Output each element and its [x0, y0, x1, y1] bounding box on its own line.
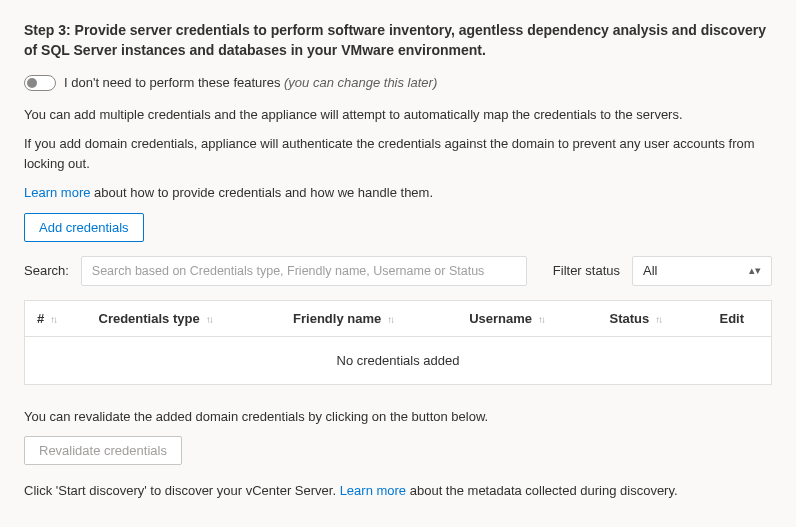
table-empty-row: No credentials added	[25, 336, 772, 384]
feature-toggle-row: I don't need to perform these features (…	[24, 75, 772, 91]
step-title: Step 3: Provide server credentials to pe…	[24, 20, 772, 61]
col-username[interactable]: Username↑↓	[457, 300, 597, 336]
learn-more-link-discovery[interactable]: Learn more	[340, 483, 406, 498]
sort-icon: ↑↓	[50, 314, 56, 325]
intro-line1: You can add multiple credentials and the…	[24, 105, 772, 125]
learn-more-link-credentials[interactable]: Learn more	[24, 185, 90, 200]
col-number[interactable]: #↑↓	[25, 300, 87, 336]
sort-icon: ↑↓	[538, 314, 544, 325]
chevron-updown-icon: ▴▾	[749, 264, 761, 277]
toggle-label: I don't need to perform these features (…	[64, 75, 437, 90]
filter-status-label: Filter status	[553, 263, 620, 278]
intro-learn-more-row: Learn more about how to provide credenti…	[24, 183, 772, 203]
intro-line2: If you add domain credentials, appliance…	[24, 134, 772, 173]
step3-panel: Step 3: Provide server credentials to pe…	[0, 0, 796, 527]
col-credentials-type[interactable]: Credentials type↑↓	[87, 300, 282, 336]
col-friendly-name[interactable]: Friendly name↑↓	[281, 300, 457, 336]
col-status[interactable]: Status↑↓	[598, 300, 708, 336]
add-credentials-button[interactable]: Add credentials	[24, 213, 144, 242]
search-label: Search:	[24, 263, 69, 278]
toggle-label-text: I don't need to perform these features	[64, 75, 280, 90]
revalidate-note: You can revalidate the added domain cred…	[24, 407, 772, 427]
filter-status-value: All	[643, 263, 657, 278]
sort-icon: ↑↓	[655, 314, 661, 325]
toggle-hint: (you can change this later)	[284, 75, 437, 90]
discovery-pre: Click 'Start discovery' to discover your…	[24, 483, 340, 498]
search-input[interactable]	[81, 256, 527, 286]
search-filter-row: Search: Filter status All ▴▾	[24, 256, 772, 286]
empty-state-text: No credentials added	[25, 336, 772, 384]
learn-more-rest: about how to provide credentials and how…	[90, 185, 433, 200]
col-edit: Edit	[708, 300, 772, 336]
sort-icon: ↑↓	[206, 314, 212, 325]
table-header-row: #↑↓ Credentials type↑↓ Friendly name↑↓ U…	[25, 300, 772, 336]
discovery-post: about the metadata collected during disc…	[406, 483, 677, 498]
sort-icon: ↑↓	[387, 314, 393, 325]
revalidate-credentials-button: Revalidate credentials	[24, 436, 182, 465]
credentials-table: #↑↓ Credentials type↑↓ Friendly name↑↓ U…	[24, 300, 772, 385]
skip-features-toggle[interactable]	[24, 75, 56, 91]
filter-status-select[interactable]: All ▴▾	[632, 256, 772, 286]
discovery-note-row: Click 'Start discovery' to discover your…	[24, 481, 772, 501]
